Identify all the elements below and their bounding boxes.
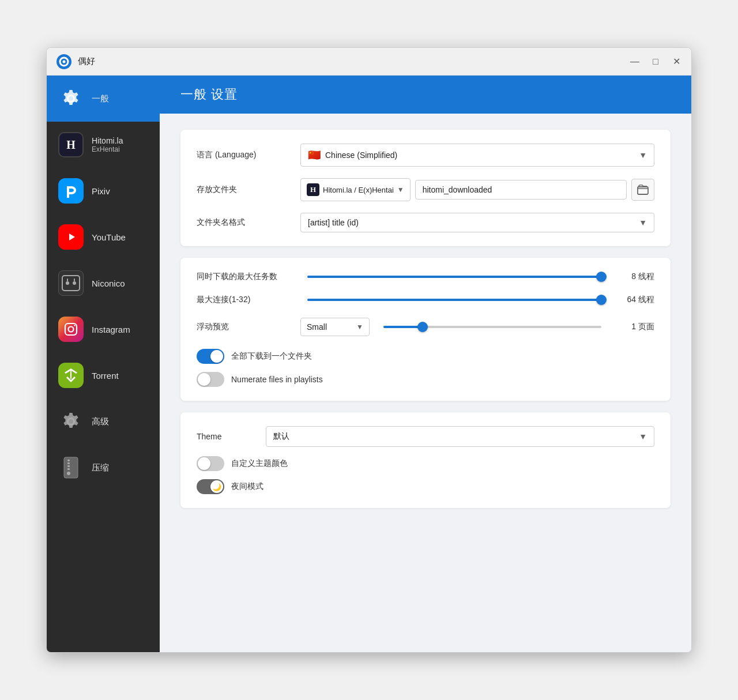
instagram-icon bbox=[58, 317, 84, 342]
svg-point-6 bbox=[66, 281, 69, 285]
download-all-folder-toggle[interactable] bbox=[197, 349, 224, 364]
max-connections-value: 64 线程 bbox=[608, 295, 654, 305]
max-tasks-thumb[interactable] bbox=[596, 272, 607, 282]
svg-point-11 bbox=[69, 327, 74, 332]
preview-fill bbox=[383, 326, 423, 328]
minimize-button[interactable]: — bbox=[629, 56, 641, 67]
sidebar-label-pixiv: Pixiv bbox=[92, 186, 110, 196]
language-dropdown[interactable]: 🇨🇳 Chinese (Simplified) ▼ bbox=[300, 144, 654, 167]
preview-size-value: Small bbox=[307, 322, 327, 332]
window-controls: — □ ✕ bbox=[629, 56, 682, 67]
svg-rect-16 bbox=[67, 465, 70, 467]
theme-dropdown[interactable]: 默认 ▼ bbox=[266, 426, 654, 447]
hitomi-icon: H bbox=[58, 132, 84, 157]
niconico-icon bbox=[58, 270, 84, 296]
night-mode-toggle[interactable]: 🌙 bbox=[197, 479, 224, 494]
app-window: 偶好 — □ ✕ 一般 H bbox=[46, 47, 692, 653]
svg-point-2 bbox=[63, 60, 66, 63]
youtube-icon bbox=[58, 224, 84, 250]
sidebar-item-pixiv[interactable]: Pixiv bbox=[47, 168, 160, 214]
max-tasks-slider[interactable] bbox=[307, 276, 601, 278]
svg-rect-19 bbox=[638, 187, 648, 194]
sidebar-label-compress: 压缩 bbox=[92, 462, 109, 473]
svg-rect-15 bbox=[67, 462, 70, 464]
basic-settings-section: 语言 (Language) 🇨🇳 Chinese (Simplified) ▼ … bbox=[180, 130, 671, 246]
max-tasks-track bbox=[307, 276, 601, 278]
performance-settings-section: 同时下载的最大任务数 8 线程 最大连接(1-3 bbox=[180, 258, 671, 401]
sidebar-item-instagram[interactable]: Instagram bbox=[47, 306, 160, 352]
numerate-files-label: Numerate files in playlists bbox=[231, 375, 323, 384]
folder-format-dropdown[interactable]: [artist] title (id) ▼ bbox=[300, 213, 654, 232]
content-body: 语言 (Language) 🇨🇳 Chinese (Simplified) ▼ … bbox=[160, 114, 691, 536]
sidebar-item-niconico[interactable]: Niconico bbox=[47, 260, 160, 306]
sidebar-label-hitomi: Hitomi.la ExHentai bbox=[92, 136, 123, 153]
content-header: 一般 设置 bbox=[160, 76, 691, 114]
folder-source-dropdown[interactable]: H Hitomi.la / E(x)Hentai ▼ bbox=[300, 178, 411, 201]
folder-row: 存放文件夹 H Hitomi.la / E(x)Hentai ▼ bbox=[197, 178, 654, 201]
language-value: Chinese (Simplified) bbox=[325, 150, 634, 160]
folder-inputs: H Hitomi.la / E(x)Hentai ▼ bbox=[300, 178, 654, 201]
max-connections-thumb[interactable] bbox=[596, 295, 607, 305]
window-title: 偶好 bbox=[78, 56, 629, 67]
folder-browse-button[interactable] bbox=[631, 179, 654, 201]
download-all-folder-knob bbox=[210, 350, 223, 363]
max-connections-slider[interactable] bbox=[307, 299, 601, 301]
maximize-button[interactable]: □ bbox=[650, 56, 661, 67]
custom-theme-label: 自定义主题颜色 bbox=[231, 458, 288, 469]
numerate-files-knob bbox=[198, 373, 210, 386]
folder-format-label: 文件夹名格式 bbox=[197, 217, 300, 228]
app-icon bbox=[56, 54, 72, 70]
folder-source-label: Hitomi.la / E(x)Hentai bbox=[323, 186, 394, 194]
max-tasks-label: 同时下载的最大任务数 bbox=[197, 272, 300, 282]
folder-source-arrow: ▼ bbox=[397, 186, 404, 194]
close-button[interactable]: ✕ bbox=[671, 56, 682, 67]
content-area: 一般 设置 语言 (Language) 🇨🇳 Chinese (Simplifi… bbox=[160, 76, 691, 652]
folder-format-arrow: ▼ bbox=[639, 218, 647, 227]
custom-theme-toggle[interactable] bbox=[197, 456, 224, 471]
language-label: 语言 (Language) bbox=[197, 150, 300, 160]
preview-thumb[interactable] bbox=[417, 322, 428, 332]
main-layout: 一般 H Hitomi.la ExHentai Pixiv bbox=[47, 76, 691, 652]
folder-format-row: 文件夹名格式 [artist] title (id) ▼ bbox=[197, 213, 654, 232]
svg-rect-17 bbox=[67, 468, 70, 470]
folder-format-value: [artist] title (id) bbox=[308, 218, 634, 227]
folder-path-input[interactable] bbox=[415, 180, 627, 200]
max-connections-label: 最大连接(1-32) bbox=[197, 295, 300, 305]
sidebar-label-advanced: 高级 bbox=[92, 416, 109, 427]
theme-dropdown-arrow: ▼ bbox=[639, 432, 647, 441]
sidebar-label-youtube: YouTube bbox=[92, 232, 126, 242]
max-connections-fill bbox=[307, 299, 601, 301]
preview-size-arrow: ▼ bbox=[356, 323, 363, 331]
advanced-icon bbox=[58, 409, 84, 434]
sidebar-item-advanced[interactable]: 高级 bbox=[47, 398, 160, 445]
download-all-folder-label: 全部下载到一个文件夹 bbox=[231, 351, 312, 362]
night-mode-row: 🌙 夜间模式 bbox=[197, 479, 654, 494]
preview-slider[interactable] bbox=[383, 326, 601, 328]
download-all-folder-row: 全部下载到一个文件夹 bbox=[197, 349, 654, 364]
numerate-files-toggle[interactable] bbox=[197, 372, 224, 387]
language-dropdown-arrow: ▼ bbox=[639, 150, 647, 160]
sidebar-item-compress[interactable]: 压缩 bbox=[47, 445, 160, 491]
svg-rect-5 bbox=[62, 276, 80, 291]
sidebar-label-instagram: Instagram bbox=[92, 325, 130, 334]
sidebar-item-hitomi[interactable]: H Hitomi.la ExHentai bbox=[47, 122, 160, 168]
preview-label: 浮动预览 bbox=[197, 322, 300, 332]
sidebar-label-torrent: Torrent bbox=[92, 371, 119, 381]
sidebar-item-general[interactable]: 一般 bbox=[47, 76, 160, 122]
max-tasks-row: 同时下载的最大任务数 8 线程 bbox=[197, 272, 654, 282]
sidebar-label-general: 一般 bbox=[92, 93, 109, 104]
preview-size-dropdown[interactable]: Small ▼ bbox=[300, 318, 370, 336]
svg-rect-14 bbox=[67, 460, 70, 461]
theme-settings-section: Theme 默认 ▼ 自定义主题颜色 bbox=[180, 412, 671, 508]
torrent-icon bbox=[58, 363, 84, 388]
night-mode-knob: 🌙 bbox=[210, 480, 223, 493]
sidebar-item-youtube[interactable]: YouTube bbox=[47, 214, 160, 260]
preview-track bbox=[383, 326, 601, 328]
sidebar-item-torrent[interactable]: Torrent bbox=[47, 352, 160, 398]
sidebar-label-niconico: Niconico bbox=[92, 279, 125, 288]
theme-value: 默认 bbox=[273, 431, 634, 442]
max-tasks-value: 8 线程 bbox=[608, 272, 654, 282]
folder-label: 存放文件夹 bbox=[197, 185, 300, 195]
compress-icon bbox=[58, 455, 84, 480]
max-connections-row: 最大连接(1-32) 64 线程 bbox=[197, 295, 654, 305]
